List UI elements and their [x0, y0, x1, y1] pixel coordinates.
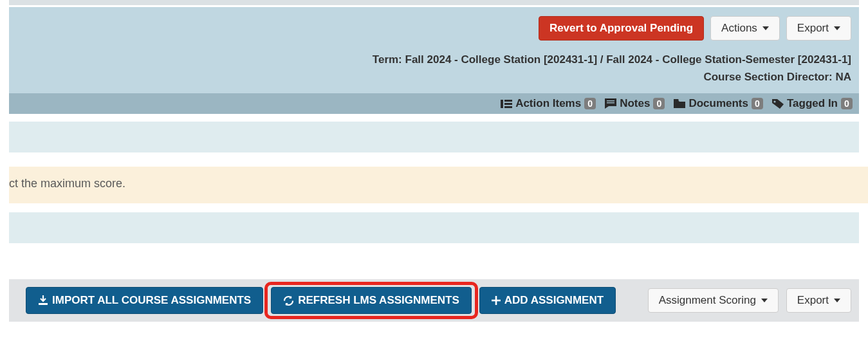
header-block: Revert to Approval Pending Actions Expor…: [9, 7, 859, 93]
tag-icon: [772, 99, 784, 109]
folder-icon: [674, 99, 685, 108]
term-line: Term: Fall 2024 - College Station [20243…: [17, 51, 851, 68]
svg-rect-4: [607, 100, 614, 102]
content-bar-1: [9, 122, 859, 152]
tagged-in-label: Tagged In: [787, 97, 838, 110]
add-assignment-button[interactable]: ADD ASSIGNMENT: [479, 287, 616, 314]
info-lines: Term: Fall 2024 - College Station [20243…: [17, 51, 851, 86]
scoring-label: Assignment Scoring: [659, 294, 756, 307]
header-actions: Revert to Approval Pending Actions Expor…: [17, 16, 851, 41]
checklist-icon: [501, 99, 512, 109]
top-separator: [9, 0, 859, 5]
revert-button-label: Revert to Approval Pending: [549, 22, 693, 35]
svg-point-6: [773, 100, 775, 102]
plus-icon: [492, 296, 501, 305]
import-assignments-button[interactable]: IMPORT ALL COURSE ASSIGNMENTS: [26, 287, 263, 314]
refresh-label: REFRESH LMS ASSIGNMENTS: [298, 294, 459, 307]
assignment-scoring-dropdown[interactable]: Assignment Scoring: [648, 288, 779, 313]
toolbar-export-dropdown[interactable]: Export: [786, 288, 851, 313]
caret-down-icon: [762, 26, 769, 30]
notes-label: Notes: [620, 97, 650, 110]
status-bar: Action Items 0 Notes 0 Documents 0 Tagge…: [9, 93, 859, 114]
refresh-highlight: REFRESH LMS ASSIGNMENTS: [271, 287, 472, 314]
notes-count: 0: [653, 98, 665, 109]
svg-rect-2: [504, 103, 512, 105]
svg-rect-7: [39, 303, 48, 305]
warning-text: ct the maximum score.: [9, 177, 125, 190]
svg-rect-3: [504, 106, 512, 108]
download-icon: [38, 295, 48, 306]
documents-link[interactable]: Documents 0: [674, 97, 763, 110]
action-items-count: 0: [584, 98, 596, 109]
revert-button[interactable]: Revert to Approval Pending: [539, 16, 704, 41]
refresh-icon: [283, 295, 294, 306]
actions-dropdown[interactable]: Actions: [710, 16, 780, 41]
export-dropdown[interactable]: Export: [786, 16, 851, 41]
tagged-in-count: 0: [841, 98, 853, 109]
tagged-in-link[interactable]: Tagged In 0: [772, 97, 853, 110]
svg-rect-5: [607, 102, 614, 104]
caret-down-icon: [834, 299, 840, 302]
action-items-link[interactable]: Action Items 0: [501, 97, 596, 110]
caret-down-icon: [834, 26, 840, 30]
action-items-label: Action Items: [515, 97, 581, 110]
svg-rect-1: [504, 100, 512, 102]
actions-label: Actions: [721, 22, 757, 35]
notes-icon: [605, 98, 616, 109]
svg-rect-0: [501, 100, 503, 108]
export-label: Export: [797, 22, 829, 35]
documents-label: Documents: [688, 97, 748, 110]
toolbar-export-label: Export: [797, 294, 829, 307]
refresh-assignments-button[interactable]: REFRESH LMS ASSIGNMENTS: [271, 287, 472, 314]
assignment-toolbar: IMPORT ALL COURSE ASSIGNMENTS REFRESH LM…: [9, 279, 859, 322]
add-label: ADD ASSIGNMENT: [504, 294, 604, 307]
import-label: IMPORT ALL COURSE ASSIGNMENTS: [52, 294, 251, 307]
notes-link[interactable]: Notes 0: [605, 97, 665, 110]
caret-down-icon: [761, 299, 768, 302]
svg-rect-9: [492, 300, 501, 302]
warning-bar: ct the maximum score.: [9, 167, 868, 203]
director-line: Course Section Director: NA: [17, 68, 851, 86]
documents-count: 0: [752, 98, 763, 109]
content-bar-2: [9, 212, 859, 243]
